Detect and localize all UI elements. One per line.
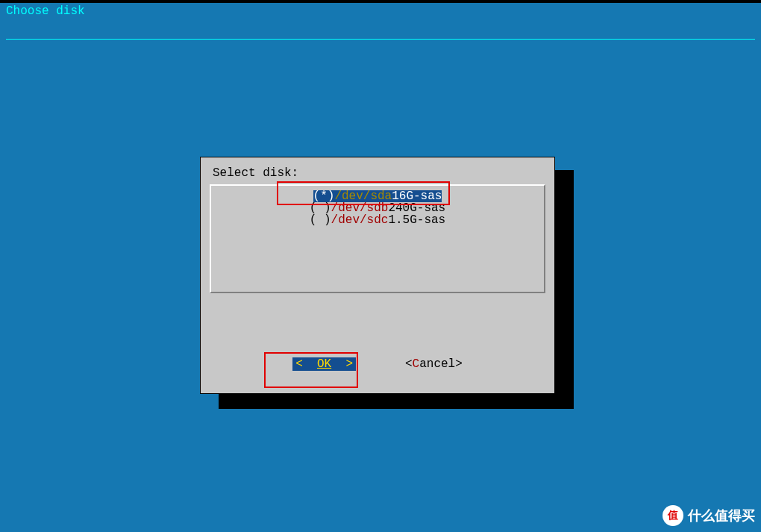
window-title: Choose disk [6,4,85,18]
select-disk-dialog: Select disk: (*) /dev/sda 16G-sas ( ) /d… [200,157,555,394]
window-title-row: Choose disk [0,3,761,19]
device-path: /dev/sdb [331,202,389,214]
list-item[interactable]: ( ) /dev/sdc 1.5G-sas [214,214,541,226]
watermark-text: 什么值得买 [688,507,755,525]
dialog-button-row: < OK > <Cancel> [210,357,545,371]
dialog-title: Select disk: [210,166,545,180]
radio-unselected-icon: ( ) [310,214,331,226]
list-item[interactable]: ( ) /dev/sdb 240G-sas [214,202,541,214]
disk-list[interactable]: (*) /dev/sda 16G-sas ( ) /dev/sdb 240G-s… [210,184,545,293]
watermark: 值 什么值得买 [663,505,755,526]
title-underline [6,39,755,40]
watermark-badge-icon: 值 [663,505,683,526]
device-size: 240G-sas [388,202,445,214]
device-path: /dev/sdc [331,214,389,226]
list-item[interactable]: (*) /dev/sda 16G-sas [214,190,541,202]
device-size: 1.5G-sas [388,214,445,226]
cancel-button[interactable]: <Cancel> [405,357,463,371]
radio-unselected-icon: ( ) [310,202,331,214]
ok-button[interactable]: < OK > [292,357,356,371]
device-size: 16G-sas [392,190,442,202]
device-path: /dev/sda [334,190,392,202]
radio-selected-icon: (*) [313,190,335,202]
